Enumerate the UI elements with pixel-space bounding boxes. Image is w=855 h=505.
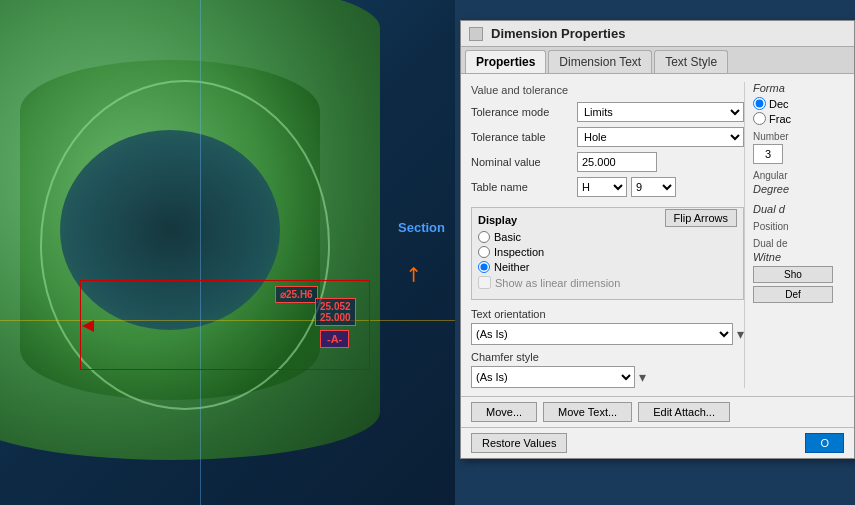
display-controls: Display Basic Inspection Neither (478, 214, 544, 276)
radio-inspection[interactable] (478, 246, 490, 258)
dim-value-1: ⌀25.H6 (275, 286, 318, 303)
table-name-label: Table name (471, 181, 571, 193)
angular-label: Angular (753, 170, 844, 181)
chamfer-style-select[interactable]: (As Is) (471, 366, 635, 388)
text-orientation-section: Text orientation (As Is) ▾ (471, 308, 744, 345)
text-orientation-select[interactable]: (As Is) (471, 323, 733, 345)
degrees-label: Degree (753, 183, 844, 195)
display-section: Display Basic Inspection Neither (471, 207, 744, 300)
def-button[interactable]: Def (753, 286, 833, 303)
radio-frac-label: Frac (769, 113, 791, 125)
nominal-value-row: Nominal value (471, 152, 744, 172)
witness-label: Witne (753, 251, 844, 263)
dialog-footer-top: Move... Move Text... Edit Attach... (461, 396, 854, 427)
dialog-title: Dimension Properties (491, 26, 625, 41)
dual-section: Dual d Position Dual de Witne Sho Def (753, 203, 844, 306)
radio-inspection-label: Inspection (494, 246, 544, 258)
show-button[interactable]: Sho (753, 266, 833, 283)
tolerance-table-select[interactable]: Hole (577, 127, 744, 147)
radio-neither-row: Neither (478, 261, 544, 273)
radio-basic-label: Basic (494, 231, 521, 243)
arrow-right-icon: ↗ (399, 260, 428, 289)
position-label: Position (753, 221, 844, 232)
show-linear-checkbox[interactable] (478, 276, 491, 289)
arrow-left-icon (82, 320, 94, 332)
cad-viewport: ↗ ⌀25.H6 25.052 25.000 -A- Section (0, 0, 455, 505)
radio-basic-row: Basic (478, 231, 544, 243)
move-button[interactable]: Move... (471, 402, 537, 422)
number-label: Number (753, 131, 844, 142)
tolerance-mode-label: Tolerance mode (471, 106, 571, 118)
radio-frac-row: Frac (753, 112, 844, 125)
display-header: Display (478, 214, 544, 226)
table-name-row: Table name H 9 (471, 177, 744, 197)
nominal-value-label: Nominal value (471, 156, 571, 168)
section-label: Section (398, 220, 445, 235)
nominal-value-input[interactable] (577, 152, 657, 172)
left-panel: Value and tolerance Tolerance mode Limit… (471, 82, 744, 388)
flip-arrows-button[interactable]: Flip Arrows (665, 209, 737, 227)
chamfer-style-label: Chamfer style (471, 351, 744, 363)
edit-attach-button[interactable]: Edit Attach... (638, 402, 730, 422)
table-name-select[interactable]: H (577, 177, 627, 197)
dual-de-label: Dual de (753, 238, 844, 249)
right-panel: Forma Dec Frac Number Angular Degree Dua… (744, 82, 844, 388)
show-linear-row: Show as linear dimension (478, 276, 737, 289)
dialog-titlebar: Dimension Properties (461, 21, 854, 47)
tolerance-mode-select[interactable]: Limits (577, 102, 744, 122)
radio-dec-label: Dec (769, 98, 789, 110)
dialog-content: Value and tolerance Tolerance mode Limit… (461, 74, 854, 396)
number-input[interactable] (753, 144, 783, 164)
show-linear-label: Show as linear dimension (495, 277, 620, 289)
dimension-properties-dialog: Dimension Properties Properties Dimensio… (460, 20, 855, 459)
dim-value-2: 25.052 25.000 (315, 298, 356, 326)
tab-dimension-text[interactable]: Dimension Text (548, 50, 652, 73)
tolerance-table-label: Tolerance table (471, 131, 571, 143)
guide-vertical (200, 0, 201, 505)
dialog-footer-bottom: Restore Values O (461, 427, 854, 458)
tolerance-table-row: Tolerance table Hole (471, 127, 744, 147)
format-label: Forma (753, 82, 844, 94)
tolerance-mode-row: Tolerance mode Limits (471, 102, 744, 122)
dialog-icon (469, 27, 483, 41)
dropdown-icon: ▾ (737, 326, 744, 342)
radio-frac[interactable] (753, 112, 766, 125)
table-name-controls: H 9 (577, 177, 676, 197)
tabs-bar: Properties Dimension Text Text Style (461, 47, 854, 74)
chamfer-style-section: Chamfer style (As Is) ▾ (471, 351, 744, 388)
text-orientation-label: Text orientation (471, 308, 744, 320)
move-text-button[interactable]: Move Text... (543, 402, 632, 422)
radio-neither-label: Neither (494, 261, 529, 273)
value-tolerance-header: Value and tolerance (471, 84, 744, 96)
dim-label-a: -A- (320, 330, 349, 348)
radio-dec[interactable] (753, 97, 766, 110)
radio-inspection-row: Inspection (478, 246, 544, 258)
dual-label: Dual d (753, 203, 844, 215)
radio-basic[interactable] (478, 231, 490, 243)
tab-text-style[interactable]: Text Style (654, 50, 728, 73)
ok-button[interactable]: O (805, 433, 844, 453)
tab-properties[interactable]: Properties (465, 50, 546, 73)
radio-dec-row: Dec (753, 97, 844, 110)
restore-button[interactable]: Restore Values (471, 433, 567, 453)
table-num-select[interactable]: 9 (631, 177, 676, 197)
radio-neither[interactable] (478, 261, 490, 273)
chamfer-dropdown-icon: ▾ (639, 369, 646, 385)
